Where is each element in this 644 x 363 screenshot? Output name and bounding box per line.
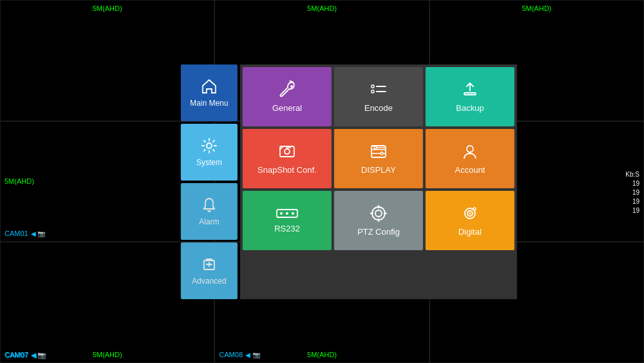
sidebar-item-system[interactable]: System bbox=[181, 124, 238, 181]
image-icon bbox=[278, 142, 297, 161]
svg-point-31 bbox=[473, 208, 476, 210]
grid-rs232-label: RS232 bbox=[274, 224, 300, 233]
cam4-label: CAM01 ◀ 📷 bbox=[5, 230, 45, 237]
grid-item-general[interactable]: General bbox=[243, 67, 332, 126]
upload-icon bbox=[460, 80, 480, 99]
main-menu-grid: General Encode Backup bbox=[240, 64, 517, 299]
sidebar-alarm-label: Alarm bbox=[199, 217, 219, 226]
svg-rect-3 bbox=[372, 85, 374, 88]
svg-point-2 bbox=[290, 85, 293, 88]
grid-item-display[interactable]: DISPLAY bbox=[334, 129, 423, 188]
sidebar: Main Menu System Alarm bbox=[181, 64, 240, 299]
svg-point-20 bbox=[286, 212, 289, 215]
grid-encode-label: Encode bbox=[365, 103, 393, 113]
sidebar-item-advanced[interactable]: Advanced bbox=[181, 242, 238, 299]
grid-snapshot-label: SnapShot Conf. bbox=[258, 165, 317, 175]
grid-item-ptz[interactable]: PTZ Config bbox=[334, 191, 423, 250]
cam2-res: 5M(AHD) bbox=[307, 5, 337, 12]
sidebar-item-main-menu[interactable]: Main Menu bbox=[181, 64, 238, 121]
svg-point-0 bbox=[207, 143, 212, 148]
grid-item-digital[interactable]: Digital bbox=[426, 191, 515, 250]
grid-backup-label: Backup bbox=[456, 103, 484, 113]
grid-item-backup[interactable]: Backup bbox=[426, 67, 515, 126]
cam7-res: 5M(AHD) bbox=[93, 351, 122, 358]
rs232-icon bbox=[276, 207, 299, 220]
home-icon bbox=[201, 78, 218, 95]
gear-icon bbox=[201, 137, 218, 154]
grid-account-label: Account bbox=[455, 165, 485, 175]
target-icon bbox=[369, 204, 388, 223]
kbs-display: Kb:S 19 19 19 19 bbox=[625, 170, 639, 215]
svg-point-22 bbox=[372, 207, 385, 220]
sidebar-main-menu-label: Main Menu bbox=[190, 99, 228, 108]
svg-point-13 bbox=[381, 152, 383, 155]
camera-icon bbox=[460, 204, 480, 223]
grid-item-encode[interactable]: Encode bbox=[334, 67, 423, 126]
svg-point-17 bbox=[467, 146, 473, 152]
svg-rect-7 bbox=[464, 93, 476, 95]
cam3-res: 5M(AHD) bbox=[522, 5, 551, 12]
svg-point-9 bbox=[285, 149, 290, 154]
svg-point-21 bbox=[292, 212, 294, 215]
cam8-res: 5M(AHD) bbox=[307, 351, 337, 358]
user-icon bbox=[460, 142, 480, 161]
svg-point-23 bbox=[375, 210, 382, 217]
grid-display-label: DISPLAY bbox=[361, 165, 396, 175]
svg-point-19 bbox=[280, 212, 283, 215]
bell-icon bbox=[201, 197, 218, 213]
grid-item-snapshot[interactable]: SnapShot Conf. bbox=[243, 129, 332, 188]
cam1-res: 5M(AHD) bbox=[93, 5, 122, 12]
svg-rect-5 bbox=[372, 90, 374, 93]
grid-digital-label: Digital bbox=[459, 227, 482, 237]
menu-overlay: Main Menu System Alarm bbox=[181, 64, 517, 299]
sidebar-item-alarm[interactable]: Alarm bbox=[181, 183, 238, 240]
grid-item-account[interactable]: Account bbox=[426, 129, 515, 188]
cam4-res: 5M(AHD) bbox=[5, 177, 34, 185]
grid-item-rs232[interactable]: RS232 bbox=[243, 191, 332, 250]
svg-point-12 bbox=[374, 146, 377, 149]
svg-point-30 bbox=[469, 213, 471, 215]
sidebar-advanced-label: Advanced bbox=[192, 277, 226, 286]
box-icon bbox=[201, 256, 218, 273]
wrench-icon bbox=[278, 80, 297, 99]
cam07-label: CAM07 ◀ 📷 bbox=[5, 351, 46, 359]
sliders-icon bbox=[369, 142, 388, 161]
grid-ptz-label: PTZ Config bbox=[357, 227, 400, 237]
cam8-label: CAM08 ◀ 📷 bbox=[219, 351, 260, 358]
list-icon bbox=[369, 80, 388, 99]
sidebar-system-label: System bbox=[196, 158, 222, 167]
grid-general-label: General bbox=[272, 103, 302, 113]
